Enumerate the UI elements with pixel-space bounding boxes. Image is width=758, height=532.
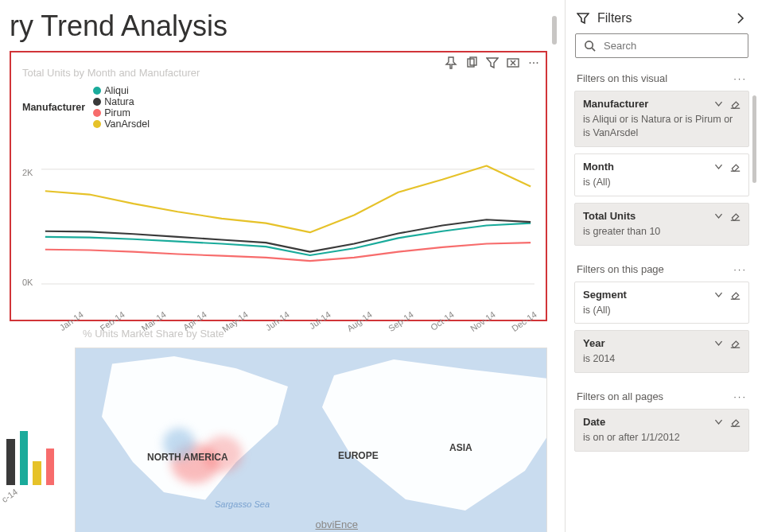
filter-card-name: Total Units xyxy=(583,210,636,222)
map-visual[interactable]: NORTH AMERICA EUROPE ASIA AFRICA Sargass… xyxy=(75,348,547,532)
eraser-icon[interactable] xyxy=(730,417,741,427)
filter-card-name: Segment xyxy=(583,289,627,301)
filter-card-name: Manufacturer xyxy=(583,98,648,110)
more-icon[interactable]: ··· xyxy=(527,56,541,70)
chevron-down-icon[interactable] xyxy=(713,338,724,348)
canvas-scrollbar[interactable] xyxy=(552,16,557,45)
legend-item[interactable]: Aliqui xyxy=(93,85,150,96)
filter-card[interactable]: Total Units is greater than 10 xyxy=(574,203,749,246)
filter-icon[interactable] xyxy=(485,56,500,70)
filter-card-name: Year xyxy=(583,337,604,349)
chevron-down-icon[interactable] xyxy=(713,161,724,172)
visual-toolbar: ··· xyxy=(444,56,541,70)
filter-card[interactable]: Manufacturer is Aliqui or is Natura or i… xyxy=(574,91,749,147)
section-more-icon[interactable]: ··· xyxy=(733,263,747,275)
legend-swatch xyxy=(93,109,101,117)
legend-swatch xyxy=(93,98,101,106)
filters-search-input[interactable] xyxy=(604,40,740,52)
legend-item[interactable]: Pirum xyxy=(93,107,150,118)
search-icon xyxy=(584,40,596,52)
line-chart-visual[interactable]: ··· Total Units by Month and Manufacture… xyxy=(10,51,547,321)
legend-text: Aliqui xyxy=(104,85,129,96)
eraser-icon[interactable] xyxy=(730,99,741,109)
filters-search[interactable] xyxy=(575,33,748,58)
filter-card-desc: is (All) xyxy=(583,304,741,317)
legend-text: Natura xyxy=(104,96,134,107)
series-line[interactable] xyxy=(45,166,531,233)
filter-card-desc: is on or after 1/1/2012 xyxy=(583,431,741,445)
legend-label: Manufacturer xyxy=(22,102,85,113)
mini-bar-chart xyxy=(6,421,54,485)
y-tick: 2K xyxy=(22,168,33,177)
filter-card[interactable]: Date is on or after 1/1/2012 xyxy=(574,409,749,452)
eraser-icon[interactable] xyxy=(730,211,741,221)
eraser-icon[interactable] xyxy=(730,289,741,300)
chart-plot: 0K 2K Jan-14Feb-14Mar-14Apr-14May-14Jun-… xyxy=(22,136,534,319)
chevron-down-icon[interactable] xyxy=(713,417,724,427)
copy-icon[interactable] xyxy=(465,56,479,70)
page-title: ry Trend Analysis xyxy=(6,0,550,49)
section-more-icon[interactable]: ··· xyxy=(733,390,747,402)
map-label-na: NORTH AMERICA xyxy=(147,452,228,463)
filters-scrollbar[interactable] xyxy=(752,95,756,183)
chevron-down-icon[interactable] xyxy=(713,289,724,300)
chevron-down-icon[interactable] xyxy=(713,99,724,109)
legend-swatch xyxy=(93,87,101,95)
eraser-icon[interactable] xyxy=(730,161,741,172)
legend-text: Pirum xyxy=(104,107,130,118)
focus-icon[interactable] xyxy=(506,56,520,70)
section-title-page: Filters on this page xyxy=(577,263,664,275)
map-label-sargasso: Sargasso Sea xyxy=(215,499,270,509)
filter-card[interactable]: Year is 2014 xyxy=(574,330,749,373)
chevron-right-icon[interactable] xyxy=(734,12,747,25)
obvience-label: obviEnce xyxy=(316,518,358,530)
legend-swatch xyxy=(93,120,101,128)
section-more-icon[interactable]: ··· xyxy=(733,72,747,84)
svg-point-5 xyxy=(585,41,593,49)
map-title: % Units Market Share by State xyxy=(83,328,627,343)
series-line[interactable] xyxy=(45,219,531,251)
chart-legend: Manufacturer AliquiNaturaPirumVanArsdel xyxy=(11,83,546,136)
filter-card[interactable]: Month is (All) xyxy=(574,153,749,196)
legend-item[interactable]: Natura xyxy=(93,96,150,107)
pin-icon[interactable] xyxy=(444,56,458,70)
section-title-visual: Filters on this visual xyxy=(577,72,667,84)
filter-card-desc: is (All) xyxy=(583,176,741,189)
filter-card-desc: is Aliqui or is Natura or is Pirum or is… xyxy=(583,113,741,140)
eraser-icon[interactable] xyxy=(730,338,741,348)
filters-pane: Filters Filters on this visual ··· Manuf… xyxy=(565,0,758,532)
map-label-asia: ASIA xyxy=(449,442,472,453)
x-axis: Jan-14Feb-14Mar-14Apr-14May-14Jun-14Jul-… xyxy=(41,305,534,319)
filter-card-name: Date xyxy=(583,416,605,428)
filter-card-desc: is 2014 xyxy=(583,352,741,366)
filter-card[interactable]: Segment is (All) xyxy=(574,282,749,324)
filter-card-name: Month xyxy=(583,161,614,173)
section-title-all: Filters on all pages xyxy=(577,390,663,402)
funnel-icon xyxy=(577,12,589,25)
map-label-eu: EUROPE xyxy=(338,450,379,461)
legend-text: VanArsdel xyxy=(104,118,150,130)
y-tick: 0K xyxy=(22,278,33,287)
filters-title: Filters xyxy=(597,11,632,25)
legend-item[interactable]: VanArsdel xyxy=(93,118,150,130)
chevron-down-icon[interactable] xyxy=(713,211,724,221)
filter-card-desc: is greater than 10 xyxy=(583,225,741,239)
